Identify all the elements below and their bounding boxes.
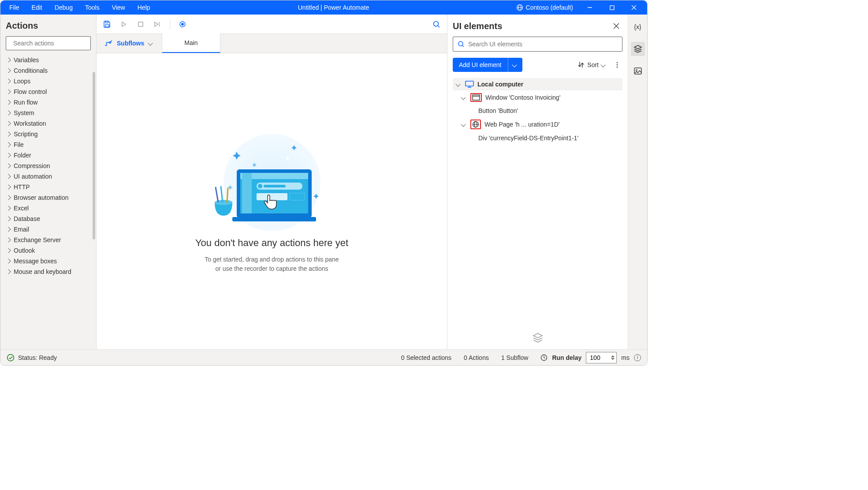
action-category-label: Scripting xyxy=(14,131,37,138)
svg-rect-27 xyxy=(257,193,287,200)
menu-help[interactable]: Help xyxy=(132,2,156,13)
variables-pane-button[interactable]: {x} xyxy=(631,20,645,34)
tree-item-window[interactable]: Window 'Contoso Invoicing' xyxy=(453,90,622,105)
environment-selector[interactable]: Contoso (default) xyxy=(512,4,577,11)
chevron-down-icon xyxy=(461,95,466,100)
svg-rect-26 xyxy=(264,185,286,187)
svg-rect-23 xyxy=(242,173,252,213)
action-category-variables[interactable]: Variables xyxy=(6,55,91,65)
action-category-label: Email xyxy=(14,226,29,233)
run-delay-input-box[interactable] xyxy=(586,352,617,363)
tab-main[interactable]: Main xyxy=(162,34,220,53)
svg-point-14 xyxy=(181,23,184,26)
menu-edit[interactable]: Edit xyxy=(26,2,48,13)
save-icon xyxy=(103,20,111,28)
scrollbar[interactable] xyxy=(93,72,95,239)
tab-strip: Subflows Main xyxy=(97,34,447,53)
stop-icon xyxy=(138,21,144,27)
sort-button[interactable]: Sort xyxy=(577,61,607,68)
action-category-label: Conditionals xyxy=(14,67,48,74)
step-button[interactable] xyxy=(153,20,162,29)
search-icon xyxy=(458,41,465,48)
action-category-flow-control[interactable]: Flow control xyxy=(6,86,91,97)
action-category-http[interactable]: HTTP xyxy=(6,182,91,192)
chevron-right-icon xyxy=(6,153,11,157)
actions-search-box[interactable] xyxy=(6,36,91,50)
run-delay-input[interactable] xyxy=(590,354,607,361)
action-category-scripting[interactable]: Scripting xyxy=(6,129,91,139)
empty-state-subtext: To get started, drag and drop actions to… xyxy=(205,255,339,273)
ui-elements-pane-button[interactable] xyxy=(631,42,645,56)
action-category-exchange-server[interactable]: Exchange Server xyxy=(6,235,91,245)
menu-tools[interactable]: Tools xyxy=(80,2,105,13)
action-category-conditionals[interactable]: Conditionals xyxy=(6,65,91,76)
tree-item-button[interactable]: Button 'Button' xyxy=(453,105,622,117)
chevron-right-icon xyxy=(6,131,11,136)
canvas-search-button[interactable] xyxy=(432,20,441,29)
action-category-loops[interactable]: Loops xyxy=(6,76,91,86)
tree-item-div[interactable]: Div 'currencyField-DS-EntryPoint1-1' xyxy=(453,132,622,144)
svg-point-25 xyxy=(258,184,262,188)
minimize-button[interactable] xyxy=(580,0,600,15)
sort-icon xyxy=(577,61,585,68)
ui-elements-search-input[interactable] xyxy=(468,41,618,48)
tree-item-window-label: Window 'Contoso Invoicing' xyxy=(485,94,560,101)
actions-search-input[interactable] xyxy=(13,40,90,47)
maximize-button[interactable] xyxy=(602,0,622,15)
action-category-message-boxes[interactable]: Message boxes xyxy=(6,256,91,266)
chevron-right-icon xyxy=(6,216,11,221)
chevron-right-icon xyxy=(6,174,11,179)
ui-elements-search-box[interactable] xyxy=(453,37,622,52)
action-category-ui-automation[interactable]: UI automation xyxy=(6,171,91,182)
action-category-excel[interactable]: Excel xyxy=(6,203,91,213)
action-category-workstation[interactable]: Workstation xyxy=(6,118,91,129)
spinner-down-icon xyxy=(611,358,615,360)
close-panel-button[interactable] xyxy=(610,20,622,32)
record-button[interactable] xyxy=(178,20,187,29)
chevron-right-icon xyxy=(6,248,11,253)
menu-debug[interactable]: Debug xyxy=(49,2,78,13)
save-button[interactable] xyxy=(103,20,112,29)
stop-button[interactable] xyxy=(136,20,145,29)
chevron-right-icon xyxy=(6,89,11,94)
add-ui-element-dropdown[interactable] xyxy=(508,58,522,72)
action-category-compression[interactable]: Compression xyxy=(6,161,91,171)
action-category-outlook[interactable]: Outlook xyxy=(6,245,91,256)
chevron-right-icon xyxy=(6,269,11,274)
add-ui-element-button[interactable]: Add UI element xyxy=(453,58,522,72)
layers-icon xyxy=(532,332,544,344)
action-category-database[interactable]: Database xyxy=(6,213,91,224)
action-category-label: Browser automation xyxy=(14,194,69,201)
svg-point-37 xyxy=(617,62,618,64)
action-category-system[interactable]: System xyxy=(6,108,91,118)
images-pane-button[interactable] xyxy=(631,64,645,78)
ui-elements-tree: Local computer Window 'Contoso Invoicing… xyxy=(453,78,622,325)
right-toolstrip: {x} xyxy=(628,15,647,349)
actions-sidebar: Actions VariablesConditionalsLoopsFlow c… xyxy=(0,15,97,349)
more-button[interactable] xyxy=(612,62,622,68)
action-category-mouse-and-keyboard[interactable]: Mouse and keyboard xyxy=(6,266,91,277)
run-delay-spinner[interactable] xyxy=(611,355,615,360)
chevron-right-icon xyxy=(6,163,11,168)
search-icon xyxy=(432,20,440,28)
close-icon xyxy=(613,23,619,29)
tree-item-webpage[interactable]: Web Page 'h ... uration=1D' xyxy=(453,117,622,132)
chevron-right-icon xyxy=(6,68,11,73)
menu-file[interactable]: File xyxy=(4,2,25,13)
info-button[interactable]: i xyxy=(634,354,641,361)
run-delay-unit: ms xyxy=(621,354,630,361)
chevron-right-icon xyxy=(6,57,11,62)
action-category-file[interactable]: File xyxy=(6,139,91,150)
menu-view[interactable]: View xyxy=(107,2,130,13)
run-button[interactable] xyxy=(119,20,128,29)
subflows-count: 1 Subflow xyxy=(501,354,528,361)
close-button[interactable] xyxy=(624,0,644,15)
tree-root-local-computer[interactable]: Local computer xyxy=(453,78,622,90)
action-category-folder[interactable]: Folder xyxy=(6,150,91,161)
chevron-down-icon xyxy=(148,41,153,45)
action-category-email[interactable]: Email xyxy=(6,224,91,235)
subflows-dropdown[interactable]: Subflows xyxy=(97,34,162,53)
action-category-run-flow[interactable]: Run flow xyxy=(6,97,91,108)
action-category-browser-automation[interactable]: Browser automation xyxy=(6,192,91,203)
empty-state-line2: or use the recorder to capture the actio… xyxy=(205,264,339,273)
